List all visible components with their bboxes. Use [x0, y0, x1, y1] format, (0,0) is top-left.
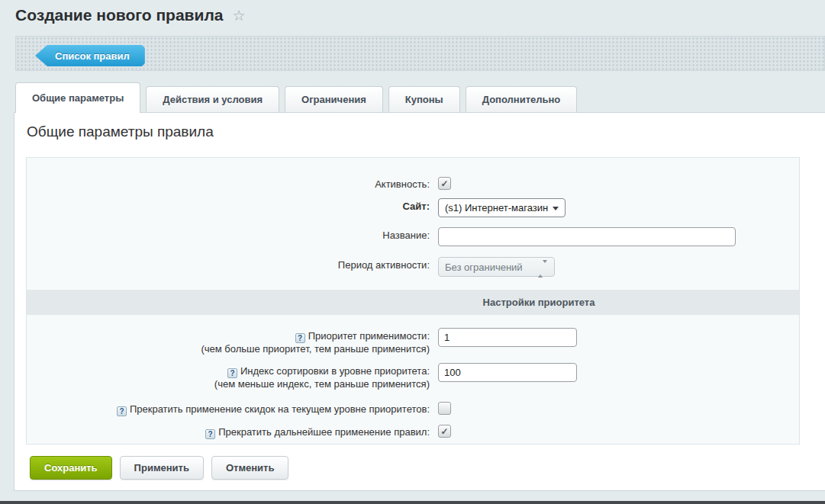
updown-arrows-icon [538, 263, 547, 274]
name-input[interactable] [438, 227, 736, 246]
stop-discounts-label-text: Прекратить применение скидок на текущем … [130, 403, 430, 415]
section-heading: Общие параметры правила [27, 124, 214, 140]
form-row-name: Название: [27, 227, 799, 246]
stop-rules-checkbox[interactable]: ✓ [438, 425, 451, 438]
tab-coupons[interactable]: Купоны [388, 86, 460, 112]
cancel-button[interactable]: Отменить [211, 456, 289, 480]
name-label: Название: [27, 227, 434, 242]
form-button-bar: Сохранить Применить Отменить [30, 456, 288, 480]
check-icon: ✓ [440, 427, 448, 436]
help-icon[interactable]: ? [227, 368, 237, 378]
tab-restrictions[interactable]: Ограничения [285, 86, 383, 112]
apply-button[interactable]: Применить [120, 456, 204, 480]
rules-list-button[interactable]: Список правил [35, 45, 145, 66]
stop-rules-label: ?Прекратить дальнейшее применение правил… [27, 424, 434, 439]
cancel-button-label: Отменить [226, 462, 275, 474]
priority-label: ?Приоритет применимости: (чем больше при… [27, 328, 434, 355]
site-select[interactable]: (s1) Интернет-магазин [438, 198, 566, 217]
context-toolbar: Список правил [15, 36, 825, 71]
stop-discounts-checkbox[interactable]: ✓ [438, 402, 451, 415]
tab-bar: Общие параметры Действия и условия Огран… [15, 82, 577, 113]
sort-index-label-text: Индекс сортировки в уровне приоритета: [240, 365, 430, 377]
activity-label: Активность: [27, 176, 434, 191]
priority-label-text: Приоритет применимости: [308, 330, 430, 342]
page-title: Создание нового правила ☆ [15, 6, 245, 24]
stop-rules-label-text: Прекратить дальнейшее применение правил: [218, 426, 430, 438]
tab-label: Купоны [405, 94, 443, 105]
help-icon[interactable]: ? [295, 333, 305, 343]
sort-index-label: ?Индекс сортировки в уровне приоритета: … [27, 363, 434, 390]
chevron-down-icon [553, 207, 559, 210]
stop-discounts-label: ?Прекратить применение скидок на текущем… [27, 401, 434, 416]
form-row-site: Сайт: (s1) Интернет-магазин [27, 198, 799, 217]
period-label: Период активности: [27, 257, 434, 271]
page-title-text: Создание нового правила [15, 6, 223, 24]
form-panel: Активность: ✓ Сайт: (s1) Интернет-магази… [26, 157, 800, 445]
priority-section-header: Настройки приоритета [27, 290, 799, 315]
favorite-star-icon[interactable]: ☆ [232, 7, 245, 24]
site-label: Сайт: [27, 198, 434, 213]
priority-input[interactable] [438, 328, 577, 347]
tab-content: Общие параметры правила Активность: ✓ Са… [14, 112, 825, 491]
rules-list-button-label: Список правил [55, 50, 130, 62]
form-row-priority: ?Приоритет применимости: (чем больше при… [27, 328, 799, 355]
period-select[interactable]: Без ограничений [438, 257, 555, 277]
help-icon[interactable]: ? [205, 429, 215, 439]
sort-index-hint: (чем меньше индекс, тем раньше применитс… [27, 378, 430, 390]
form-row-period: Период активности: Без ограничений [27, 257, 799, 277]
tab-label: Действия и условия [163, 94, 263, 105]
sort-index-input[interactable] [438, 363, 577, 382]
period-select-value: Без ограничений [445, 262, 523, 273]
tab-additional[interactable]: Дополнительно [466, 86, 578, 112]
form-row-sort-index: ?Индекс сортировки в уровне приоритета: … [27, 363, 799, 390]
tab-actions-conditions[interactable]: Действия и условия [146, 86, 279, 112]
form-row-stop-discounts: ?Прекратить применение скидок на текущем… [27, 401, 799, 416]
save-button[interactable]: Сохранить [30, 456, 112, 480]
apply-button-label: Применить [134, 462, 189, 474]
help-icon[interactable]: ? [117, 406, 127, 416]
check-icon: ✓ [440, 179, 448, 188]
tab-general-parameters[interactable]: Общие параметры [15, 82, 140, 113]
save-button-label: Сохранить [44, 462, 98, 474]
site-select-value: (s1) Интернет-магазин [445, 202, 548, 213]
form-row-activity: Активность: ✓ [27, 176, 799, 191]
priority-section-header-label: Настройки приоритета [483, 297, 595, 308]
tab-label: Дополнительно [482, 94, 561, 105]
priority-hint: (чем больше приоритет, тем раньше примен… [27, 343, 430, 355]
tab-label: Ограничения [301, 94, 366, 105]
tab-label: Общие параметры [32, 92, 124, 104]
activity-checkbox[interactable]: ✓ [438, 177, 451, 190]
form-row-stop-rules: ?Прекратить дальнейшее применение правил… [27, 424, 799, 439]
bottom-dark-bar [0, 501, 825, 504]
